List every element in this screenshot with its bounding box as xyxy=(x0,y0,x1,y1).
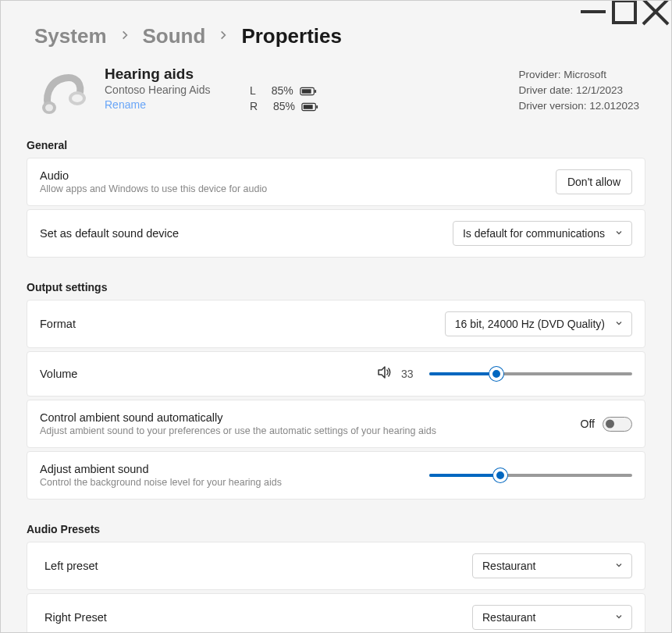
right-preset-value: Restaurant xyxy=(482,611,535,624)
window-titlebar xyxy=(1,1,671,23)
audio-subtitle: Allow apps and Windows to use this devic… xyxy=(40,183,267,194)
volume-slider[interactable] xyxy=(429,372,632,375)
battery-right-pct: 85% xyxy=(273,98,295,114)
ambient-slider[interactable] xyxy=(429,474,632,477)
driver-version: Driver version: 12.012023 xyxy=(518,98,639,114)
battery-right-label: R xyxy=(250,98,258,114)
maximize-button[interactable] xyxy=(609,1,640,23)
breadcrumb-system[interactable]: System xyxy=(34,24,107,48)
volume-card: Volume 33 xyxy=(27,351,645,397)
device-name: Hearing aids xyxy=(105,66,236,83)
svg-rect-1 xyxy=(613,1,635,23)
ambient-auto-card: Control ambient sound automatically Adju… xyxy=(27,400,645,448)
default-device-select[interactable]: Is default for communications xyxy=(453,221,632,246)
svg-point-5 xyxy=(45,105,53,112)
format-card: Format 16 bit, 24000 Hz (DVD Quality) xyxy=(27,300,645,348)
chevron-down-icon xyxy=(614,318,624,330)
chevron-down-icon xyxy=(614,611,624,624)
driver-provider: Provider: Microsoft xyxy=(518,67,639,83)
audio-title: Audio xyxy=(40,169,267,182)
left-preset-card: Left preset Restaurant xyxy=(27,542,645,590)
section-general-header: General xyxy=(27,134,645,158)
default-device-value: Is default for communications xyxy=(463,227,605,240)
svg-rect-13 xyxy=(304,105,313,110)
content-area: System Sound Properties Hearing aids Con… xyxy=(1,23,671,633)
breadcrumb: System Sound Properties xyxy=(27,23,645,59)
device-meta: Hearing aids Contoso Hearing Aids Rename xyxy=(95,66,236,111)
dont-allow-button[interactable]: Don't allow xyxy=(556,169,632,194)
chevron-right-icon xyxy=(218,30,229,44)
ambient-adj-sub: Control the background noise level for y… xyxy=(40,477,282,488)
speaker-icon[interactable] xyxy=(376,365,392,383)
right-preset-title: Right Preset xyxy=(44,611,107,624)
ambient-adj-title: Adjust ambient sound xyxy=(40,463,282,475)
driver-date: Driver date: 12/1/2023 xyxy=(518,83,639,98)
svg-rect-10 xyxy=(301,90,311,94)
svg-rect-9 xyxy=(315,90,316,93)
volume-value: 33 xyxy=(401,368,420,380)
section-presets-header: Audio Presets xyxy=(27,518,645,542)
battery-left-label: L xyxy=(250,83,256,98)
breadcrumb-sound[interactable]: Sound xyxy=(143,24,206,48)
left-preset-select[interactable]: Restaurant xyxy=(472,553,632,578)
hearing-aid-icon xyxy=(30,66,95,120)
battery-icon xyxy=(301,98,318,114)
left-preset-title: Left preset xyxy=(44,560,98,572)
right-preset-card: Right Preset Restaurant xyxy=(27,593,645,633)
ambient-adjust-card: Adjust ambient sound Control the backgro… xyxy=(27,451,645,500)
format-select[interactable]: 16 bit, 24000 Hz (DVD Quality) xyxy=(445,311,632,336)
battery-left-row: L 85% xyxy=(250,83,318,98)
chevron-down-icon xyxy=(614,227,624,240)
left-preset-value: Restaurant xyxy=(482,560,535,572)
default-device-card: Set as default sound device Is default f… xyxy=(27,209,645,258)
format-title: Format xyxy=(40,318,76,330)
format-value: 16 bit, 24000 Hz (DVD Quality) xyxy=(455,318,605,330)
svg-point-7 xyxy=(72,94,83,102)
right-preset-select[interactable]: Restaurant xyxy=(472,605,632,630)
ambient-auto-sub: Adjust ambient sound to your preferences… xyxy=(40,425,436,436)
battery-status: L 85% R 85% xyxy=(236,66,318,114)
minimize-button[interactable] xyxy=(578,1,609,23)
default-title: Set as default sound device xyxy=(40,227,179,240)
driver-info: Provider: Microsoft Driver date: 12/1/20… xyxy=(518,66,645,114)
chevron-right-icon xyxy=(119,30,130,44)
battery-icon xyxy=(300,83,317,98)
settings-window: System Sound Properties Hearing aids Con… xyxy=(0,0,672,633)
volume-title: Volume xyxy=(40,368,77,380)
battery-left-pct: 85% xyxy=(272,83,293,98)
svg-rect-12 xyxy=(316,105,318,108)
device-header: Hearing aids Contoso Hearing Aids Rename… xyxy=(27,59,645,134)
breadcrumb-properties: Properties xyxy=(241,24,342,48)
ambient-auto-toggle[interactable] xyxy=(603,417,632,432)
ambient-auto-title: Control ambient sound automatically xyxy=(40,411,436,424)
section-output-header: Output settings xyxy=(27,276,645,300)
rename-link[interactable]: Rename xyxy=(105,98,236,111)
ambient-auto-state: Off xyxy=(581,418,595,430)
device-manufacturer: Contoso Hearing Aids xyxy=(105,84,236,96)
audio-card: Audio Allow apps and Windows to use this… xyxy=(27,158,645,206)
battery-right-row: R 85% xyxy=(250,98,318,114)
chevron-down-icon xyxy=(614,560,624,572)
close-button[interactable] xyxy=(640,1,671,23)
